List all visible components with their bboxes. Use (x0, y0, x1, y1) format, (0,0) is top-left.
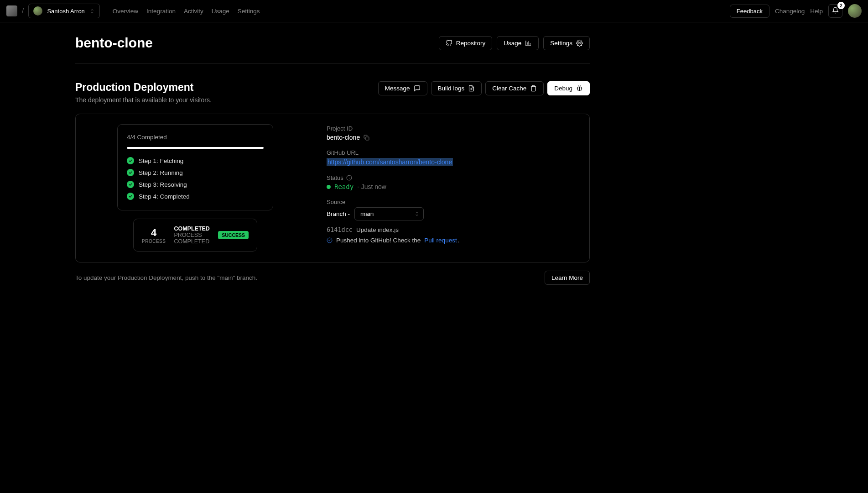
user-menu-avatar[interactable] (848, 4, 862, 18)
clearcache-button-label: Clear Cache (492, 85, 526, 92)
repository-button-label: Repository (456, 40, 486, 47)
bell-icon (832, 7, 839, 14)
pull-request-link[interactable]: Pull request (424, 237, 457, 244)
feedback-button[interactable]: Feedback (730, 5, 769, 18)
main-nav: Overview Integration Activity Usage Sett… (113, 8, 260, 15)
repository-button[interactable]: Repository (439, 36, 493, 50)
check-icon (127, 157, 134, 164)
svg-point-0 (579, 42, 581, 44)
message-icon (414, 85, 421, 92)
progress-text: 4/4 Completed (127, 134, 264, 141)
github-url-link[interactable]: https://github.com/santosharron/bento-cl… (327, 158, 453, 166)
github-icon (446, 40, 452, 47)
check-icon (127, 193, 134, 200)
breadcrumb-separator: / (22, 7, 24, 15)
file-icon (468, 85, 475, 92)
settings-button[interactable]: Settings (543, 36, 590, 50)
workspace-selector[interactable]: Santosh Arron (28, 4, 99, 18)
message-button-label: Message (385, 85, 410, 92)
branch-select[interactable]: main (354, 207, 424, 220)
usage-button-label: Usage (504, 40, 521, 47)
workspace-name: Santosh Arron (47, 8, 84, 15)
help-link[interactable]: Help (810, 8, 823, 15)
chart-icon (525, 40, 532, 47)
project-title: bento-clone (75, 35, 153, 51)
process-count-label: PROCESS (142, 239, 166, 244)
topbar: / Santosh Arron Overview Integration Act… (0, 0, 868, 22)
info-icon[interactable] (346, 175, 352, 181)
branch-value: main (360, 210, 374, 217)
step-row: Step 4: Completed (127, 193, 264, 200)
section-subtitle: The deployment that is available to your… (75, 96, 212, 104)
projectid-label: Project ID (327, 125, 579, 132)
step-label: Step 4: Completed (139, 193, 190, 200)
debug-button-label: Debug (554, 85, 572, 92)
buildlogs-button-label: Build logs (438, 85, 465, 92)
status-time: - Just now (357, 183, 386, 190)
main-content: Production Deployment The deployment tha… (75, 64, 590, 285)
summary-line2: PROCESS COMPLETED (174, 232, 210, 245)
status-label: Status (327, 174, 343, 181)
chevron-updown-icon (414, 211, 420, 217)
check-icon (127, 169, 134, 176)
section-title: Production Deployment (75, 81, 212, 94)
nav-settings[interactable]: Settings (238, 8, 260, 15)
svg-point-3 (327, 238, 332, 243)
commit-hash: 6141dcc (327, 226, 353, 233)
push-suffix: . (458, 237, 460, 244)
github-label: GitHub URL (327, 149, 579, 156)
debug-button[interactable]: Debug (547, 81, 590, 95)
process-count: 4 (142, 227, 166, 239)
nav-overview[interactable]: Overview (113, 8, 138, 15)
commit-message: Update index.js (356, 226, 399, 233)
nav-activity[interactable]: Activity (184, 8, 203, 15)
footer-hint: To update your Production Deployment, pu… (75, 274, 257, 281)
status-value: Ready (334, 183, 353, 190)
step-row: Step 3: Resolving (127, 181, 264, 188)
app-logo[interactable] (6, 5, 17, 16)
clearcache-button[interactable]: Clear Cache (485, 81, 544, 95)
step-row: Step 2: Running (127, 169, 264, 176)
notification-count: 2 (837, 2, 845, 9)
push-text: Pushed into GitHub! Check the (336, 237, 421, 244)
branch-label: Branch - (327, 210, 350, 217)
deployment-card: 4/4 Completed Step 1: Fetching Step 2: R… (75, 114, 590, 262)
nav-integration[interactable]: Integration (146, 8, 176, 15)
step-label: Step 1: Fetching (139, 157, 183, 164)
step-row: Step 1: Fetching (127, 157, 264, 164)
changelog-link[interactable]: Changelog (775, 8, 805, 15)
status-dot-icon (327, 185, 331, 189)
projectid-value: bento-clone (327, 134, 360, 141)
check-icon (127, 181, 134, 188)
source-label: Source (327, 199, 579, 205)
nav-usage[interactable]: Usage (212, 8, 229, 15)
message-button[interactable]: Message (378, 81, 427, 95)
gear-icon (576, 40, 583, 47)
bug-icon (576, 85, 583, 92)
settings-button-label: Settings (550, 40, 572, 47)
user-avatar-icon (33, 6, 42, 16)
trash-icon (530, 85, 537, 92)
summary-panel: 4 PROCESS COMPLETED PROCESS COMPLETED SU… (133, 219, 257, 252)
page-header: bento-clone Repository Usage Settings (75, 22, 590, 64)
step-label: Step 3: Resolving (139, 181, 187, 188)
usage-button[interactable]: Usage (497, 36, 539, 50)
success-badge: SUCCESS (218, 231, 249, 239)
chevron-updown-icon (89, 8, 95, 14)
learn-more-button[interactable]: Learn More (545, 271, 590, 285)
step-label: Step 2: Running (139, 169, 183, 176)
buildlogs-button[interactable]: Build logs (431, 81, 482, 95)
copy-icon[interactable] (364, 135, 369, 141)
summary-line1: COMPLETED (174, 226, 210, 232)
notifications-button[interactable]: 2 (828, 4, 842, 18)
steps-panel: 4/4 Completed Step 1: Fetching Step 2: R… (117, 124, 273, 210)
check-circle-icon (327, 237, 333, 243)
progress-bar (127, 147, 264, 149)
svg-rect-1 (366, 136, 369, 140)
